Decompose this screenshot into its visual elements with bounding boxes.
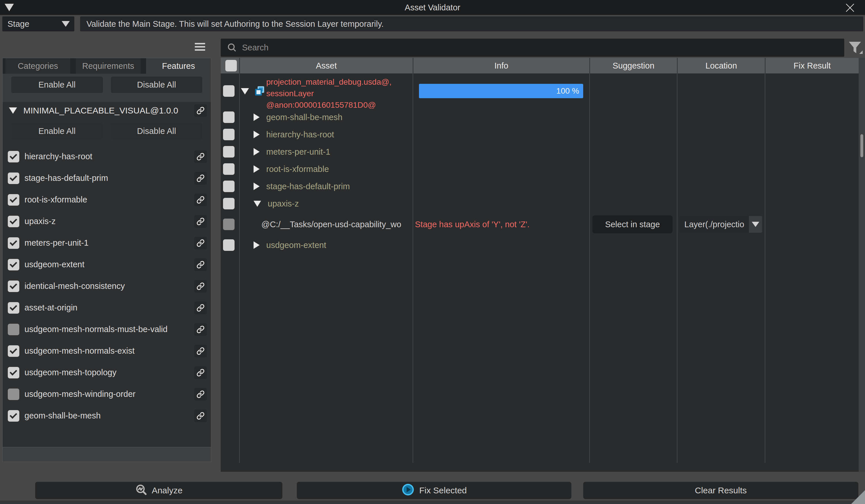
row-checkbox[interactable] <box>223 129 234 140</box>
menu-icon[interactable] <box>195 43 206 52</box>
tab-features[interactable]: Features <box>146 58 211 74</box>
feature-checkbox[interactable] <box>8 151 19 162</box>
table-header: Asset Info Suggestion Location Fix Resul… <box>221 58 859 73</box>
collapse-icon[interactable] <box>254 201 261 207</box>
link-icon[interactable] <box>194 104 207 117</box>
collapse-icon[interactable] <box>241 88 249 94</box>
feature-checkbox[interactable] <box>8 388 19 400</box>
filter-icon[interactable] <box>846 40 863 56</box>
link-icon[interactable] <box>194 280 207 293</box>
clear-results-button[interactable]: Clear Results <box>583 482 858 499</box>
analyze-button[interactable]: Analyze <box>35 482 282 499</box>
fix-selected-button[interactable]: Fix Selected <box>297 482 572 499</box>
collapse-icon[interactable] <box>9 107 17 114</box>
feature-checkbox[interactable] <box>8 281 19 292</box>
result-check-row[interactable]: meters-per-unit-1 <box>221 143 859 161</box>
select-in-stage-button[interactable]: Select in stage <box>592 215 672 233</box>
play-icon <box>401 483 415 498</box>
link-icon[interactable] <box>194 194 207 206</box>
link-icon[interactable] <box>194 302 207 314</box>
result-check-row[interactable]: stage-has-default-prim <box>221 178 859 195</box>
result-check-row[interactable]: root-is-xformable <box>221 161 859 178</box>
column-header-fix-result: Fix Result <box>765 58 859 73</box>
feature-checkbox[interactable] <box>8 345 19 357</box>
resize-grip[interactable] <box>851 490 865 504</box>
location-dropdown[interactable]: Layer(./projectio <box>680 216 762 233</box>
feature-label: asset-at-origin <box>24 303 78 313</box>
feature-section-title: MINIMAL_PLACEABLE_VISUAL@1.0.0 <box>23 106 178 116</box>
row-checkbox[interactable] <box>223 163 234 175</box>
disable-all-button[interactable]: Disable All <box>111 77 203 93</box>
section-enable-all-button[interactable]: Enable All <box>11 123 103 139</box>
link-icon[interactable] <box>194 150 207 163</box>
enable-all-button[interactable]: Enable All <box>11 77 103 93</box>
feature-checkbox[interactable] <box>8 367 19 378</box>
check-name: hierarchy-has-root <box>266 130 334 139</box>
link-icon[interactable] <box>194 345 207 358</box>
row-checkbox[interactable] <box>223 239 234 251</box>
feature-item: identical-mesh-consistency <box>3 275 211 297</box>
check-name: upaxis-z <box>268 199 299 209</box>
link-icon[interactable] <box>194 172 207 185</box>
row-checkbox[interactable] <box>223 198 234 209</box>
tab-requirements[interactable]: Requirements <box>76 58 141 74</box>
feature-checkbox[interactable] <box>8 216 19 227</box>
link-icon[interactable] <box>194 410 207 422</box>
column-header-suggestion: Suggestion <box>589 58 677 73</box>
link-icon[interactable] <box>194 366 207 379</box>
result-check-row[interactable]: geom-shall-be-mesh <box>221 108 859 126</box>
result-check-row[interactable]: upaxis-z <box>221 195 859 212</box>
scrollbar-thumb[interactable] <box>861 134 863 157</box>
feature-checkbox[interactable] <box>8 259 19 270</box>
expand-icon[interactable] <box>254 165 260 173</box>
expand-icon[interactable] <box>254 183 260 190</box>
result-check-row[interactable]: usdgeom-extent <box>221 236 859 254</box>
link-icon[interactable] <box>194 258 207 271</box>
section-disable-all-button[interactable]: Disable All <box>111 123 203 139</box>
feature-item: asset-at-origin <box>3 297 211 318</box>
feature-label: usdgeom-mesh-normals-must-be-valid <box>24 325 168 334</box>
issue-row[interactable]: @C:/__Tasks/open-usd-capability_woStage … <box>221 212 859 236</box>
feature-checkbox[interactable] <box>8 237 19 249</box>
validation-description: Validate the Main Stage. This will set A… <box>80 16 863 31</box>
panel-footer <box>3 447 211 462</box>
row-checkbox[interactable] <box>223 180 234 192</box>
row-checkbox[interactable] <box>223 85 234 97</box>
validation-target-select[interactable]: Stage <box>2 16 74 31</box>
feature-checkbox[interactable] <box>8 410 19 422</box>
scrollbar-track[interactable] <box>859 58 865 472</box>
search-input[interactable] <box>241 43 790 53</box>
feature-item: geom-shall-be-mesh <box>3 405 211 426</box>
feature-checkbox[interactable] <box>8 324 19 335</box>
rules-panel: Categories Requirements Features Enable … <box>2 58 211 462</box>
feature-item: usdgeom-extent <box>3 254 211 275</box>
row-checkbox[interactable] <box>223 219 234 230</box>
link-icon[interactable] <box>194 323 207 336</box>
feature-label: root-is-xformable <box>24 195 87 204</box>
select-all-checkbox[interactable] <box>225 60 237 71</box>
expand-icon[interactable] <box>254 148 260 155</box>
expand-icon[interactable] <box>254 241 260 249</box>
expand-icon[interactable] <box>254 114 260 121</box>
feature-item: usdgeom-mesh-normals-exist <box>3 340 211 362</box>
result-check-row[interactable]: hierarchy-has-root <box>221 126 859 143</box>
link-icon[interactable] <box>194 215 207 228</box>
tab-categories[interactable]: Categories <box>5 58 70 74</box>
feature-checkbox[interactable] <box>8 302 19 314</box>
feature-item: root-is-xformable <box>3 189 211 211</box>
rules-tabs: Categories Requirements Features <box>3 58 211 74</box>
link-icon[interactable] <box>194 237 207 249</box>
close-icon[interactable] <box>845 3 855 13</box>
link-icon[interactable] <box>194 388 207 401</box>
feature-checkbox[interactable] <box>8 194 19 206</box>
asset-root-row[interactable]: projection_material_debug.usda@, session… <box>221 73 859 108</box>
feature-label: hierarchy-has-root <box>24 152 92 161</box>
row-checkbox[interactable] <box>223 112 234 123</box>
issue-message: Stage has upAxis of 'Y', not 'Z'. <box>413 220 589 229</box>
issue-asset-path: @C:/__Tasks/open-usd-capability_wo <box>239 220 413 229</box>
feature-label: upaxis-z <box>24 216 56 226</box>
feature-checkbox[interactable] <box>8 173 19 184</box>
expand-icon[interactable] <box>254 131 260 138</box>
feature-label: usdgeom-extent <box>24 260 84 269</box>
row-checkbox[interactable] <box>223 146 234 157</box>
